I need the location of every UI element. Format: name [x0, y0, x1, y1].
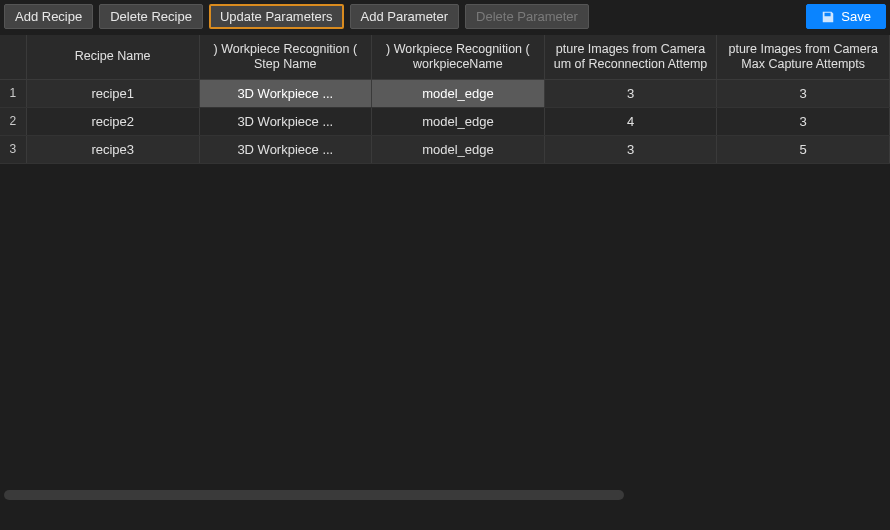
- cell-workpiece-name[interactable]: model_edge: [372, 135, 545, 163]
- cell-max-capture-attempts[interactable]: 3: [717, 107, 890, 135]
- recipe-table[interactable]: Recipe Name ) Workpiece Recognition ( St…: [0, 35, 890, 164]
- header-row: Recipe Name ) Workpiece Recognition ( St…: [0, 35, 890, 79]
- cell-recipe-name[interactable]: recipe1: [26, 79, 199, 107]
- row-number-cell[interactable]: 1: [0, 79, 26, 107]
- delete-recipe-button[interactable]: Delete Recipe: [99, 4, 203, 29]
- col-max-capture-attempts[interactable]: pture Images from Camera Max Capture Att…: [717, 35, 890, 79]
- cell-max-capture-attempts[interactable]: 5: [717, 135, 890, 163]
- save-button-label: Save: [841, 9, 871, 24]
- save-icon: [821, 10, 835, 24]
- cell-workpiece-name[interactable]: model_edge: [372, 79, 545, 107]
- cell-step-name[interactable]: 3D Workpiece ...: [199, 79, 372, 107]
- table-row[interactable]: 3recipe33D Workpiece ...model_edge35: [0, 135, 890, 163]
- row-number-cell[interactable]: 2: [0, 107, 26, 135]
- col-recipe-name[interactable]: Recipe Name: [26, 35, 199, 79]
- row-number-cell[interactable]: 3: [0, 135, 26, 163]
- cell-step-name[interactable]: 3D Workpiece ...: [199, 135, 372, 163]
- cell-reconnection-attempts[interactable]: 4: [544, 107, 717, 135]
- col-step-name[interactable]: ) Workpiece Recognition ( Step Name: [199, 35, 372, 79]
- cell-reconnection-attempts[interactable]: 3: [544, 79, 717, 107]
- table-area: Recipe Name ) Workpiece Recognition ( St…: [0, 35, 890, 530]
- cell-step-name[interactable]: 3D Workpiece ...: [199, 107, 372, 135]
- table-row[interactable]: 1recipe13D Workpiece ...model_edge33: [0, 79, 890, 107]
- add-parameter-button[interactable]: Add Parameter: [350, 4, 459, 29]
- col-reconnection-attempts[interactable]: pture Images from Camera um of Reconnect…: [544, 35, 717, 79]
- update-parameters-button[interactable]: Update Parameters: [209, 4, 344, 29]
- table-row[interactable]: 2recipe23D Workpiece ...model_edge43: [0, 107, 890, 135]
- row-number-header: [0, 35, 26, 79]
- toolbar: Add Recipe Delete Recipe Update Paramete…: [0, 0, 890, 35]
- cell-workpiece-name[interactable]: model_edge: [372, 107, 545, 135]
- horizontal-scrollbar[interactable]: [4, 490, 624, 500]
- cell-max-capture-attempts[interactable]: 3: [717, 79, 890, 107]
- col-workpiece-name[interactable]: ) Workpiece Recognition ( workpieceName: [372, 35, 545, 79]
- cell-recipe-name[interactable]: recipe3: [26, 135, 199, 163]
- cell-recipe-name[interactable]: recipe2: [26, 107, 199, 135]
- delete-parameter-button: Delete Parameter: [465, 4, 589, 29]
- cell-reconnection-attempts[interactable]: 3: [544, 135, 717, 163]
- save-button[interactable]: Save: [806, 4, 886, 29]
- add-recipe-button[interactable]: Add Recipe: [4, 4, 93, 29]
